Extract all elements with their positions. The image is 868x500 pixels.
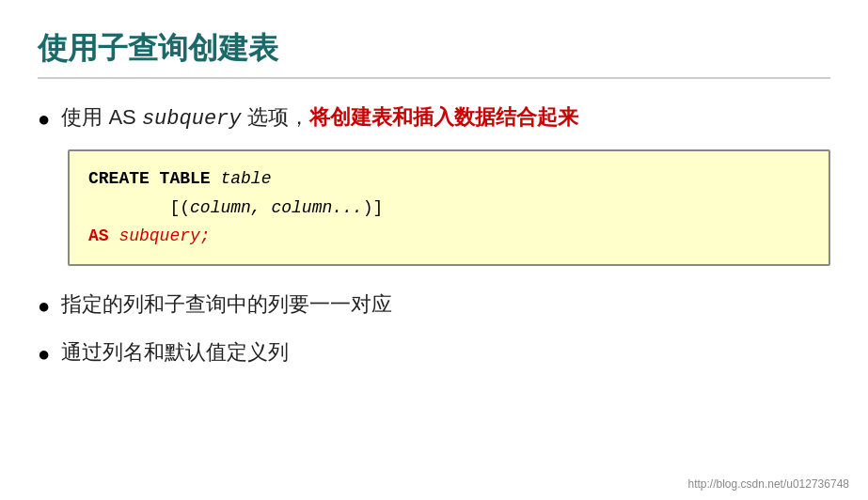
code-block-wrapper: CREATE TABLE table [(column, column...)]… xyxy=(68,149,830,266)
bullet-dot-1: ● xyxy=(38,103,50,134)
bullet-text-3: 通过列名和默认值定义列 xyxy=(61,336,289,367)
code-table-name: table xyxy=(220,169,271,188)
keyword-create: CREATE TABLE xyxy=(88,169,220,188)
code-inline-subquery: subquery xyxy=(142,107,242,131)
bullet-text-1: 使用 AS subquery 选项，将创建表和插入数据结合起来 xyxy=(61,102,577,134)
code-line-3: AS subquery; xyxy=(88,222,810,251)
bullet-dot-2: ● xyxy=(38,290,50,321)
title-divider xyxy=(38,77,830,79)
keyword-as: AS xyxy=(88,227,118,245)
code-block: CREATE TABLE table [(column, column...)]… xyxy=(88,164,810,251)
code-line-1: CREATE TABLE table xyxy=(88,164,810,194)
bullet-item-3: ● 通过列名和默认值定义列 xyxy=(38,336,830,369)
bullet-dot-3: ● xyxy=(38,338,50,369)
slide-container: 使用子查询创建表 ● 使用 AS subquery 选项，将创建表和插入数据结合… xyxy=(0,0,868,500)
bullet-item-1: ● 使用 AS subquery 选项，将创建表和插入数据结合起来 xyxy=(38,102,830,134)
watermark: http://blog.csdn.net/u012736748 xyxy=(688,477,849,491)
bullet-item-2: ● 指定的列和子查询中的列要一一对应 xyxy=(38,289,830,321)
code-subquery-ref: subquery; xyxy=(118,227,210,245)
bullet-text-2: 指定的列和子查询中的列要一一对应 xyxy=(61,289,392,320)
bullet-list: ● 使用 AS subquery 选项，将创建表和插入数据结合起来 CREATE… xyxy=(38,102,830,369)
code-line-2: [(column, column...)] xyxy=(88,194,810,223)
slide-title: 使用子查询创建表 xyxy=(38,28,830,70)
highlight-text-1: 将创建表和插入数据结合起来 xyxy=(309,105,578,129)
code-columns: column, column... xyxy=(190,198,363,217)
